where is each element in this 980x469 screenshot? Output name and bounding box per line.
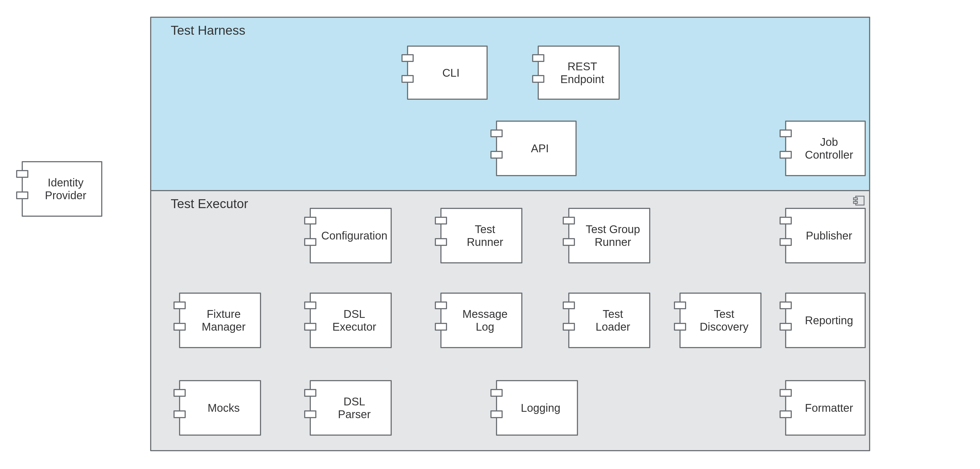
component-tab-icon — [173, 301, 186, 309]
component-fixture-manager: FixtureManager — [179, 293, 261, 348]
component-formatter: Formatter — [785, 380, 866, 436]
component-tab-icon — [780, 217, 792, 225]
svg-rect-1 — [853, 198, 858, 200]
component-label: CLI — [418, 67, 484, 79]
component-label: Configuration — [321, 229, 388, 242]
component-label: IdentityProvider — [33, 176, 99, 202]
component-tab-icon — [304, 238, 317, 246]
container-title: Test Executor — [171, 196, 248, 211]
component-tab-icon — [173, 410, 186, 418]
component-rest-endpoint: RESTEndpoint — [538, 46, 620, 100]
component-tab-icon — [780, 301, 792, 309]
component-tab-icon — [490, 151, 503, 158]
component-label: TestLoader — [579, 307, 646, 333]
component-tab-icon — [780, 389, 792, 397]
component-tab-icon — [16, 170, 29, 178]
component-tab-icon — [780, 238, 792, 246]
component-tab-icon — [780, 323, 792, 331]
component-configuration: Configuration — [310, 208, 392, 263]
component-label: RESTEndpoint — [549, 60, 616, 86]
component-tab-icon — [780, 130, 792, 137]
component-label: DSLParser — [321, 395, 388, 421]
component-tab-icon — [304, 217, 317, 225]
component-tab-icon — [490, 410, 503, 418]
component-test-discovery: TestDiscovery — [679, 293, 762, 348]
component-test-runner: TestRunner — [441, 208, 522, 263]
component-reporting: Reporting — [785, 293, 866, 348]
component-tab-icon — [490, 130, 503, 137]
component-tab-icon — [435, 323, 447, 331]
component-tab-icon — [674, 323, 686, 331]
component-api: API — [496, 120, 577, 176]
component-label: TestDiscovery — [690, 307, 757, 333]
component-tab-icon — [563, 238, 575, 246]
svg-rect-2 — [853, 201, 858, 203]
component-cli: CLI — [407, 46, 488, 100]
component-tab-icon — [304, 323, 317, 331]
diagram-canvas: IdentityProvider Test Harness CLI RESTEn… — [0, 0, 980, 469]
component-tab-icon — [173, 323, 186, 331]
component-dsl-executor: DSLExecutor — [310, 293, 392, 348]
component-label: Formatter — [796, 401, 862, 414]
component-label: TestRunner — [452, 223, 519, 249]
component-dsl-parser: DSLParser — [310, 380, 392, 436]
component-tab-icon — [435, 238, 447, 246]
component-tab-icon — [435, 217, 447, 225]
component-publisher: Publisher — [785, 208, 866, 263]
component-test-loader: TestLoader — [568, 293, 650, 348]
component-tab-icon — [16, 192, 29, 199]
subsystem-icon — [853, 195, 865, 206]
component-tab-icon — [304, 389, 317, 397]
container-title: Test Harness — [171, 23, 245, 38]
component-label: FixtureManager — [190, 307, 257, 333]
component-tab-icon — [401, 75, 414, 83]
component-label: API — [507, 142, 573, 155]
component-tab-icon — [674, 301, 686, 309]
component-tab-icon — [780, 151, 792, 158]
component-tab-icon — [532, 75, 544, 83]
component-label: DSLExecutor — [321, 307, 388, 333]
component-tab-icon — [401, 54, 414, 62]
component-tab-icon — [173, 389, 186, 397]
component-label: JobController — [796, 136, 862, 161]
component-tab-icon — [563, 301, 575, 309]
component-job-controller: JobController — [785, 120, 866, 176]
component-message-log: MessageLog — [441, 293, 522, 348]
component-label: Mocks — [190, 401, 257, 414]
component-label: MessageLog — [452, 307, 519, 333]
component-tab-icon — [563, 217, 575, 225]
component-tab-icon — [490, 389, 503, 397]
component-tab-icon — [532, 54, 544, 62]
container-test-harness: Test Harness CLI RESTEndpoint API JobCon… — [150, 17, 870, 191]
component-label: Logging — [507, 401, 574, 414]
component-tab-icon — [563, 323, 575, 331]
component-mocks: Mocks — [179, 380, 261, 436]
component-tab-icon — [304, 301, 317, 309]
component-test-group-runner: Test GroupRunner — [568, 208, 650, 263]
container-test-executor: Test Executor Configuration TestRunner T… — [150, 190, 870, 451]
component-label: Publisher — [796, 229, 862, 242]
component-label: Reporting — [796, 314, 862, 327]
component-identity-provider: IdentityProvider — [22, 161, 102, 217]
component-tab-icon — [435, 301, 447, 309]
component-label: Test GroupRunner — [579, 223, 646, 249]
component-logging: Logging — [496, 380, 578, 436]
component-tab-icon — [780, 410, 792, 418]
component-tab-icon — [304, 410, 317, 418]
